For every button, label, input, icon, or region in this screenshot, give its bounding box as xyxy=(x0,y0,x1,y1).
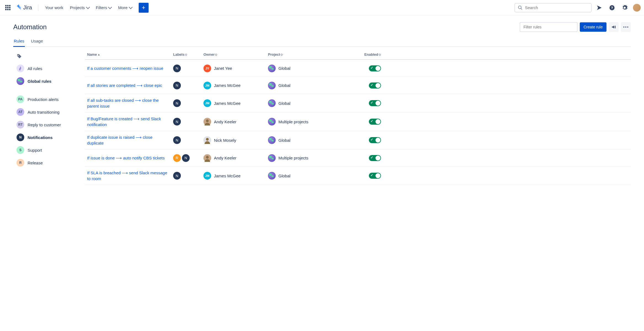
globe-icon xyxy=(268,82,276,89)
rule-name-link[interactable]: If issue is done ⟶ auto notify CBS ticke… xyxy=(85,155,173,161)
nav-projects[interactable]: Projects xyxy=(67,3,92,12)
sidebar-item-label: Support xyxy=(28,148,42,153)
owner-name: James McGee xyxy=(214,83,241,88)
table-row: If duplicate issue is raised ⟶ close dup… xyxy=(85,131,631,150)
svg-line-1 xyxy=(521,8,522,10)
search-input[interactable] xyxy=(525,5,588,10)
svg-point-8 xyxy=(206,138,209,141)
enabled-cell xyxy=(359,100,381,106)
owner-avatar xyxy=(203,154,211,162)
globe-icon xyxy=(268,99,276,107)
label-badge[interactable]: N xyxy=(173,118,181,126)
notifications-icon[interactable] xyxy=(594,3,604,13)
sidebar-item-global-rules[interactable]: Global rules xyxy=(13,75,83,87)
nav-your-work[interactable]: Your work xyxy=(42,3,66,12)
label-badge[interactable]: N xyxy=(173,82,181,89)
owner-cell: JMJames McGee xyxy=(203,99,268,107)
rule-name-link[interactable]: If all stories are completed ⟶ close epi… xyxy=(85,82,173,88)
top-nav: Jira Your work Projects Filters More + ? xyxy=(0,0,644,15)
col-enabled-header[interactable]: Enabled◇ xyxy=(359,52,381,57)
sidebar-item-notifications[interactable]: NNotifications xyxy=(13,131,83,144)
owner-avatar xyxy=(203,118,211,126)
sidebar-item-all-rules[interactable]: All rules xyxy=(13,62,83,75)
sidebar-item-label: Global rules xyxy=(28,79,52,84)
table-row: If SLA is breached ⟶ send Slack message … xyxy=(85,167,631,185)
rule-name-link[interactable]: If a customer comments ⟶ reopen issue xyxy=(85,65,173,71)
globe-icon xyxy=(268,118,276,126)
sidebar-item-label: Production alerts xyxy=(28,97,59,102)
announce-button[interactable] xyxy=(609,22,619,32)
settings-icon[interactable] xyxy=(620,3,630,13)
separator xyxy=(38,4,38,11)
label-badge[interactable]: N xyxy=(173,99,181,107)
enabled-toggle[interactable] xyxy=(369,155,381,161)
col-project-header[interactable]: Project◇ xyxy=(268,52,359,57)
sidebar-item-production-alerts[interactable]: PAProduction alerts xyxy=(13,93,83,106)
label-badge[interactable]: N xyxy=(173,172,181,180)
project-name: Global xyxy=(278,101,290,106)
rule-name-link[interactable]: If all sub-tasks are closed ⟶ close the … xyxy=(85,97,173,109)
more-actions-button[interactable] xyxy=(621,22,631,32)
globe-icon xyxy=(17,77,24,85)
sidebar-item-auto-transitioning[interactable]: ATAuto transitioning xyxy=(13,106,83,118)
enabled-cell xyxy=(359,119,381,125)
nav-filters[interactable]: Filters xyxy=(93,3,114,12)
jira-icon xyxy=(15,4,22,11)
owner-cell: Andy Keeler xyxy=(203,154,268,162)
label-badge[interactable]: N xyxy=(173,136,181,144)
table-row: If issue is done ⟶ auto notify CBS ticke… xyxy=(85,150,631,167)
chevron-down-icon xyxy=(108,5,112,9)
nav-more[interactable]: More xyxy=(115,3,135,12)
sidebar-item-reply-to-customer[interactable]: RTReply to customer xyxy=(13,118,83,131)
project-cell: Global xyxy=(268,65,359,72)
globe-icon xyxy=(268,65,276,72)
labels-cell: N xyxy=(173,118,203,126)
labels-cell: N xyxy=(173,136,203,144)
create-button[interactable]: + xyxy=(139,3,149,13)
tabs: Rules Usage xyxy=(13,36,631,47)
label-badge[interactable]: N xyxy=(173,65,181,72)
svg-text:?: ? xyxy=(611,6,613,10)
enabled-toggle[interactable] xyxy=(369,137,381,143)
col-name-header[interactable]: Name▲ xyxy=(85,52,173,57)
labels-cell: N xyxy=(173,172,203,180)
owner-avatar: JM xyxy=(203,99,211,107)
project-name: Global xyxy=(278,138,290,143)
enabled-toggle[interactable] xyxy=(369,100,381,106)
enabled-toggle[interactable] xyxy=(369,119,381,125)
user-avatar[interactable] xyxy=(633,4,641,12)
filter-rules-input[interactable] xyxy=(520,22,578,32)
help-icon[interactable]: ? xyxy=(607,3,617,13)
label-badge[interactable]: R xyxy=(173,154,181,162)
rule-name-link[interactable]: If SLA is breached ⟶ send Slack message … xyxy=(85,170,173,181)
rule-name-link[interactable]: If duplicate issue is raised ⟶ close dup… xyxy=(85,134,173,146)
owner-name: James McGee xyxy=(214,173,241,178)
sidebar-item-support[interactable]: SSupport xyxy=(13,144,83,156)
project-name: Multiple projects xyxy=(278,156,308,160)
tab-usage[interactable]: Usage xyxy=(30,36,43,47)
sidebar-item-label: Auto transitioning xyxy=(28,110,60,114)
project-cell: Global xyxy=(268,82,359,89)
col-owner-header[interactable]: Owner◇ xyxy=(203,52,268,57)
label-badge[interactable]: N xyxy=(182,154,190,162)
owner-cell: Andy Keeler xyxy=(203,118,268,126)
create-rule-button[interactable]: Create rule xyxy=(580,22,607,32)
owner-avatar: JM xyxy=(203,82,211,89)
enabled-toggle[interactable] xyxy=(369,173,381,179)
col-labels-header[interactable]: Labels◇ xyxy=(173,52,203,57)
enabled-cell xyxy=(359,155,381,161)
app-switcher-icon[interactable] xyxy=(3,3,12,12)
jira-logo[interactable]: Jira xyxy=(13,4,34,11)
svg-point-5 xyxy=(625,26,626,28)
rule-name-link[interactable]: If Bug/Feature is created ⟶ send Slack n… xyxy=(85,116,173,127)
enabled-toggle[interactable] xyxy=(369,65,381,71)
search-box[interactable] xyxy=(514,3,592,12)
enabled-toggle[interactable] xyxy=(369,82,381,89)
project-name: Global xyxy=(278,173,290,178)
tab-rules[interactable]: Rules xyxy=(13,36,25,47)
sidebar-item-release[interactable]: RRelease xyxy=(13,156,83,169)
enabled-cell xyxy=(359,65,381,71)
project-name: Global xyxy=(278,66,290,71)
page-title: Automation xyxy=(13,23,520,31)
search-icon xyxy=(518,5,523,10)
